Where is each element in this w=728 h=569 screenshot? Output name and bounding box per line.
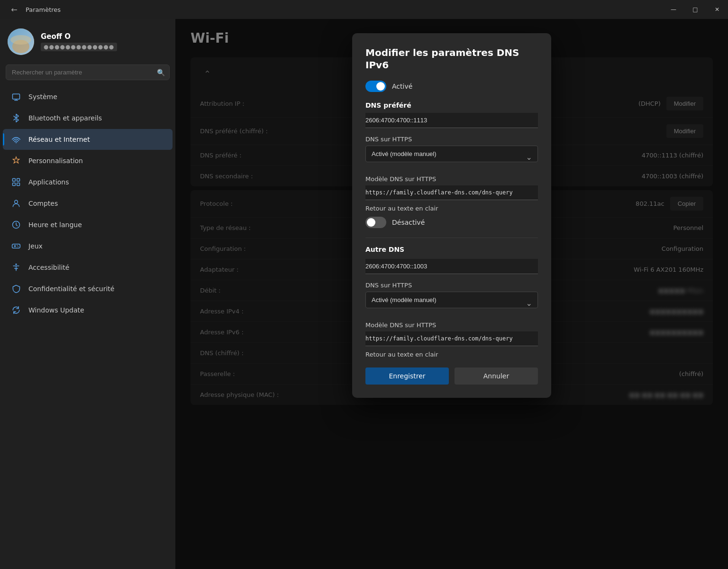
apps-icon xyxy=(10,176,22,188)
svg-rect-8 xyxy=(17,179,20,182)
svg-rect-3 xyxy=(13,94,20,99)
sidebar-item-label: Système xyxy=(28,93,57,101)
games-icon xyxy=(10,240,22,252)
svg-point-16 xyxy=(17,245,18,246)
preferred-model-label: Modèle DNS sur HTTPS xyxy=(365,175,538,183)
maximize-button[interactable]: □ xyxy=(684,0,706,19)
other-model-label: Modèle DNS sur HTTPS xyxy=(365,321,538,329)
svg-rect-10 xyxy=(17,183,20,186)
sidebar-nav: Système Bluetooth et appareils xyxy=(0,86,175,321)
accounts-icon xyxy=(10,198,22,209)
sidebar-item-windows-update[interactable]: Windows Update xyxy=(3,300,173,321)
preferred-dns-label: DNS préféré xyxy=(365,101,538,109)
cancel-button[interactable]: Annuler xyxy=(455,367,538,385)
dialog-footer: Enregistrer Annuler xyxy=(365,367,538,385)
sidebar-item-label: Heure et langue xyxy=(28,221,82,229)
network-icon xyxy=(10,134,22,145)
preferred-fallback-label: Retour au texte en clair xyxy=(365,205,538,212)
toggle-track xyxy=(365,81,386,92)
sidebar-item-label: Réseau et Internet xyxy=(28,136,90,143)
sidebar: Geoff O ●●●●●●●●●●●●● 🔍 Système xyxy=(0,19,175,569)
close-button[interactable]: ✕ xyxy=(706,0,728,19)
main-content: Wi-Fi ⌃ Attribution IP : (DHCP) Modifier… xyxy=(175,19,728,569)
profile-section: Geoff O ●●●●●●●●●●●●● xyxy=(0,19,175,63)
back-button[interactable]: ← xyxy=(8,3,21,16)
dns-dialog: Modifier les paramètres DNS IPv6 Activé … xyxy=(352,33,551,398)
sidebar-item-label: Windows Update xyxy=(28,306,84,314)
svg-point-6 xyxy=(16,142,17,143)
preferred-model-input[interactable] xyxy=(365,185,538,200)
other-https-label: DNS sur HTTPS xyxy=(365,282,538,289)
minimize-button[interactable]: — xyxy=(663,0,684,19)
update-icon xyxy=(10,304,22,316)
other-https-select[interactable]: Désactivé Activé (automatique) Activé (m… xyxy=(365,292,538,308)
sidebar-item-reseau[interactable]: Réseau et Internet xyxy=(3,129,173,150)
sidebar-item-accessibilite[interactable]: Accessibilité xyxy=(3,257,173,278)
svg-point-11 xyxy=(15,200,18,203)
svg-point-18 xyxy=(15,264,17,265)
sidebar-item-heure[interactable]: Heure et langue xyxy=(3,214,173,235)
sidebar-item-label: Comptes xyxy=(28,200,58,207)
profile-email: ●●●●●●●●●●●●● xyxy=(41,43,117,51)
fallback-toggle[interactable] xyxy=(365,217,386,228)
sidebar-item-applications[interactable]: Applications xyxy=(3,172,173,193)
sidebar-item-label: Accessibilité xyxy=(28,264,69,271)
bluetooth-icon xyxy=(10,112,22,124)
preferred-dns-input[interactable] xyxy=(365,113,538,128)
search-input[interactable] xyxy=(6,64,170,80)
app-title: Paramètres xyxy=(26,6,61,13)
section-divider xyxy=(365,238,538,238)
other-dns-input[interactable] xyxy=(365,259,538,274)
svg-point-2 xyxy=(10,35,31,45)
dialog-title: Modifier les paramètres DNS IPv6 xyxy=(365,46,538,71)
autre-dns-label: Autre DNS xyxy=(365,246,538,253)
system-icon xyxy=(10,91,22,102)
sidebar-item-label: Applications xyxy=(28,178,69,186)
other-https-wrapper: Désactivé Activé (automatique) Activé (m… xyxy=(365,292,538,316)
security-icon xyxy=(10,283,22,294)
sidebar-item-label: Jeux xyxy=(28,242,43,250)
sidebar-item-systeme[interactable]: Système xyxy=(3,86,173,107)
sidebar-item-bluetooth[interactable]: Bluetooth et appareils xyxy=(3,108,173,128)
fallback-toggle-thumb xyxy=(367,218,375,227)
active-toggle[interactable] xyxy=(365,81,386,92)
search-icon: 🔍 xyxy=(157,69,165,76)
app-container: Geoff O ●●●●●●●●●●●●● 🔍 Système xyxy=(0,19,728,569)
toggle-thumb xyxy=(376,82,385,91)
avatar xyxy=(8,28,34,55)
toggle-row-fallback: Désactivé xyxy=(365,217,538,228)
personalization-icon xyxy=(10,155,22,166)
accessibility-icon xyxy=(10,262,22,273)
other-fallback-label: Retour au texte en clair xyxy=(365,351,538,358)
preferred-https-label: DNS sur HTTPS xyxy=(365,136,538,143)
svg-rect-9 xyxy=(13,183,16,186)
preferred-https-wrapper: Désactivé Activé (automatique) Activé (m… xyxy=(365,146,538,170)
time-icon xyxy=(10,219,22,230)
other-model-input[interactable] xyxy=(365,331,538,346)
save-button[interactable]: Enregistrer xyxy=(365,367,449,385)
sidebar-item-confidentialite[interactable]: Confidentialité et sécurité xyxy=(3,278,173,299)
title-bar: ← Paramètres — □ ✕ xyxy=(0,0,728,19)
svg-rect-13 xyxy=(12,244,20,248)
toggle-label: Activé xyxy=(392,83,412,90)
profile-info: Geoff O ●●●●●●●●●●●●● xyxy=(41,32,117,51)
svg-rect-7 xyxy=(13,179,16,182)
sidebar-item-jeux[interactable]: Jeux xyxy=(3,236,173,257)
svg-point-17 xyxy=(18,246,18,247)
window-controls: — □ ✕ xyxy=(663,0,728,19)
sidebar-item-label: Personnalisation xyxy=(28,157,83,165)
sidebar-item-label: Bluetooth et appareils xyxy=(28,114,102,122)
preferred-https-select[interactable]: Désactivé Activé (automatique) Activé (m… xyxy=(365,146,538,162)
fallback-toggle-label: Désactivé xyxy=(392,219,425,226)
sidebar-item-personnalisation[interactable]: Personnalisation xyxy=(3,150,173,171)
sidebar-item-comptes[interactable]: Comptes xyxy=(3,193,173,214)
toggle-row-active: Activé xyxy=(365,81,538,92)
sidebar-item-label: Confidentialité et sécurité xyxy=(28,285,114,293)
search-container: 🔍 xyxy=(6,64,170,80)
fallback-toggle-track xyxy=(365,217,386,228)
profile-name: Geoff O xyxy=(41,32,117,41)
